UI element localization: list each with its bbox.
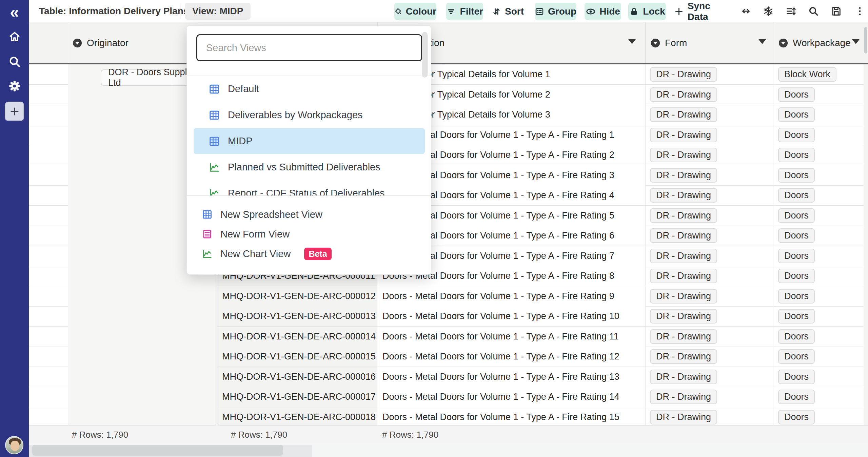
row-height-icon[interactable] [783, 4, 798, 19]
sync-data-button[interactable]: Sync Data [674, 3, 732, 20]
new-view-action[interactable]: New Form View [187, 224, 432, 244]
search-icon[interactable] [0, 52, 29, 71]
form-cell[interactable]: DR - Drawing [645, 185, 773, 205]
add-button[interactable] [5, 102, 24, 121]
description-cell[interactable]: Doors - Metal Doors for Volume 1 - Type … [377, 387, 645, 407]
description-cell[interactable]: Doors - Metal Doors for Volume 1 - Type … [377, 347, 645, 367]
workpackage-cell[interactable]: Block Work [773, 64, 864, 84]
description-cell[interactable]: Doors - Metal Doors for Volume 1 - Type … [377, 367, 645, 387]
column-header-workpackage[interactable]: Workpackage [778, 22, 851, 63]
workpackage-cell[interactable]: Doors [773, 125, 864, 145]
filter-button[interactable]: Filter [446, 3, 483, 20]
description-cell[interactable]: Doors - Metal Doors for Volume 1 - Type … [377, 407, 645, 425]
document-number-cell[interactable]: MHQ-DOR-V1-GEN-DE-ARC-000015 [217, 347, 377, 367]
search-table-icon[interactable] [806, 4, 821, 19]
description-cell[interactable]: Doors - Metal Doors for Volume 1 - Type … [377, 327, 645, 347]
view-item[interactable]: Deliverables by Workpackages [194, 102, 425, 128]
view-item[interactable]: Default [194, 76, 425, 102]
workpackage-cell[interactable]: Doors [773, 266, 864, 286]
workpackage-chip: Doors [778, 289, 815, 304]
workpackage-cell[interactable]: Doors [773, 407, 864, 425]
workpackage-cell[interactable]: Doors [773, 145, 864, 165]
home-icon[interactable] [0, 27, 29, 46]
document-number-cell[interactable]: MHQ-DOR-V1-GEN-DE-ARC-000016 [217, 367, 377, 387]
kebab-menu-icon[interactable] [852, 4, 867, 19]
document-number-cell[interactable]: MHQ-DOR-V1-GEN-DE-ARC-000018 [217, 407, 377, 425]
filter-icon [446, 6, 456, 17]
arrows-horizontal-icon[interactable] [738, 4, 753, 19]
form-cell[interactable]: DR - Drawing [645, 206, 773, 226]
avatar[interactable] [5, 436, 23, 454]
workpackage-cell[interactable]: Doors [773, 347, 864, 367]
workpackage-chip: Doors [778, 128, 815, 142]
colour-button[interactable]: Colour [394, 3, 436, 20]
horizontal-scrollbar-thumb[interactable] [32, 445, 283, 456]
workpackage-cell[interactable]: Doors [773, 185, 864, 205]
form-cell[interactable]: DR - Drawing [645, 165, 773, 185]
view-item[interactable]: Report - CDF Status of Deliverables [194, 180, 425, 195]
view-item-selected[interactable]: MIDP [194, 128, 425, 154]
colour-icon [394, 6, 402, 17]
workpackage-cell[interactable]: Doors [773, 85, 864, 105]
hide-button[interactable]: Hide [585, 3, 621, 20]
sort-button[interactable]: Sort [492, 3, 524, 20]
form-cell[interactable]: DR - Drawing [645, 246, 773, 266]
new-view-action[interactable]: New Chart ViewBeta [187, 244, 432, 264]
workpackage-chip: Doors [778, 168, 815, 183]
description-cell[interactable]: Doors - Metal Doors for Volume 1 - Type … [377, 286, 645, 306]
workpackage-chip: Block Work [778, 67, 836, 82]
document-number-cell[interactable]: MHQ-DOR-V1-GEN-DE-ARC-000012 [217, 286, 377, 306]
form-cell[interactable]: DR - Drawing [645, 145, 773, 165]
workpackage-cell[interactable]: Doors [773, 327, 864, 347]
form-cell[interactable]: DR - Drawing [645, 85, 773, 105]
form-cell[interactable]: DR - Drawing [645, 407, 773, 425]
workpackage-cell[interactable]: Doors [773, 105, 864, 125]
form-cell[interactable]: DR - Drawing [645, 125, 773, 145]
workpackage-chip: Doors [778, 309, 815, 324]
column-menu-caret-description[interactable] [628, 39, 636, 44]
panel-divider [187, 195, 432, 196]
view-selector[interactable]: View: MIDP [185, 3, 251, 20]
workpackage-cell[interactable]: Doors [773, 246, 864, 266]
search-views-input[interactable] [196, 34, 422, 61]
form-cell[interactable]: DR - Drawing [645, 64, 773, 84]
form-cell[interactable]: DR - Drawing [645, 347, 773, 367]
workpackage-cell[interactable]: Doors [773, 387, 864, 407]
lock-button[interactable]: Lock [628, 3, 666, 20]
form-cell[interactable]: DR - Drawing [645, 226, 773, 246]
group-icon [535, 6, 544, 17]
form-cell[interactable]: DR - Drawing [645, 286, 773, 306]
table-title: Table: Information Delivery Plans [39, 0, 189, 22]
form-cell[interactable]: DR - Drawing [645, 367, 773, 387]
description-cell[interactable]: Doors - Metal Doors for Volume 1 - Type … [377, 306, 645, 326]
form-cell[interactable]: DR - Drawing [645, 327, 773, 347]
vertical-scrollbar-thumb[interactable] [864, 27, 867, 54]
new-view-action[interactable]: New Spreadsheet View [187, 205, 432, 224]
column-header-originator[interactable]: Originator [72, 22, 129, 63]
form-cell[interactable]: DR - Drawing [645, 105, 773, 125]
document-number-cell[interactable]: MHQ-DOR-V1-GEN-DE-ARC-000013 [217, 306, 377, 326]
workpackage-cell[interactable]: Doors [773, 206, 864, 226]
group-button[interactable]: Group [535, 3, 576, 20]
vertical-scrollbar-track[interactable] [864, 22, 868, 425]
workpackage-cell[interactable]: Doors [773, 306, 864, 326]
save-icon[interactable] [829, 4, 844, 19]
views-list-scrollbar-thumb[interactable] [422, 32, 428, 78]
view-item[interactable]: Planned vs Submitted Deliverables [194, 154, 425, 180]
column-header-form[interactable]: Form [650, 22, 687, 63]
form-cell[interactable]: DR - Drawing [645, 306, 773, 326]
form-cell[interactable]: DR - Drawing [645, 266, 773, 286]
horizontal-scrollbar-track[interactable] [29, 443, 868, 457]
gear-icon[interactable] [0, 77, 29, 96]
collapse-sidebar-icon[interactable]: « [0, 3, 29, 22]
workpackage-cell[interactable]: Doors [773, 165, 864, 185]
column-menu-caret-form[interactable] [758, 39, 766, 44]
document-number-cell[interactable]: MHQ-DOR-V1-GEN-DE-ARC-000017 [217, 387, 377, 407]
workpackage-cell[interactable]: Doors [773, 226, 864, 246]
snowflake-freeze-icon[interactable] [761, 4, 776, 19]
form-cell[interactable]: DR - Drawing [645, 387, 773, 407]
workpackage-cell[interactable]: Doors [773, 286, 864, 306]
document-number-cell[interactable]: MHQ-DOR-V1-GEN-DE-ARC-000014 [217, 327, 377, 347]
column-menu-caret-workpackage[interactable] [852, 39, 860, 44]
workpackage-cell[interactable]: Doors [773, 367, 864, 387]
